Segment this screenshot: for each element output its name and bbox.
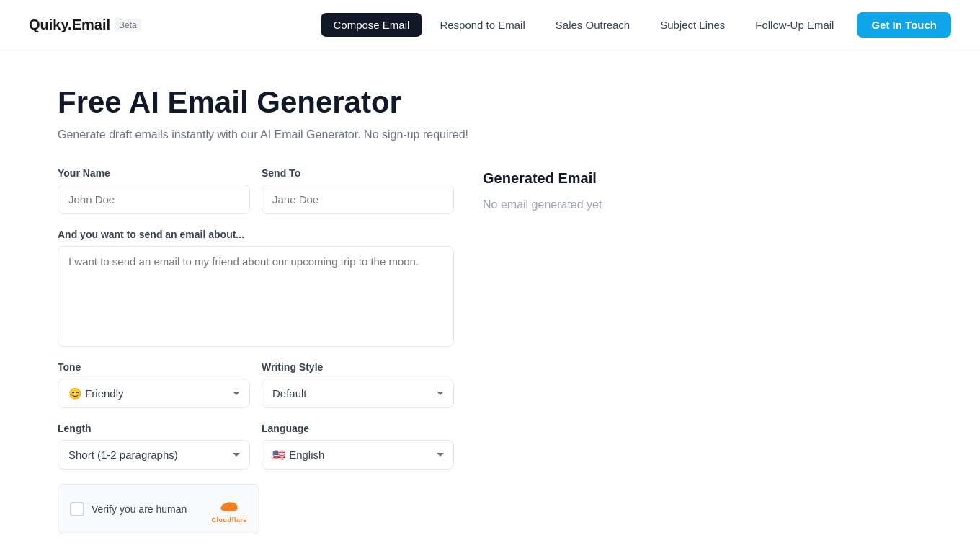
content-grid: Your Name Send To And you want to send a… [58,167,922,534]
language-select[interactable]: 🇺🇸 English 🇪🇸 Spanish 🇫🇷 French 🇩🇪 Germa… [262,440,454,470]
tone-group: Tone 😊 Friendly 😎 Casual 🎩 Formal 💼 Prof… [58,361,250,408]
cf-verify-text: Verify you are human [92,503,187,515]
navbar: Quiky.Email Beta Compose Email Respond t… [0,0,980,50]
writing-style-label: Writing Style [262,361,454,373]
logo[interactable]: Quiky.Email Beta [29,17,141,33]
tone-select[interactable]: 😊 Friendly 😎 Casual 🎩 Formal 💼 Professio… [58,379,250,408]
cloudflare-widget[interactable]: Verify you are human Cloudflare [58,484,259,534]
no-email-message: No email generated yet [483,198,922,211]
nav-compose-email[interactable]: Compose Email [321,13,423,37]
nav-respond-to-email[interactable]: Respond to Email [427,13,538,37]
tone-label: Tone [58,361,250,373]
form-column: Your Name Send To And you want to send a… [58,167,454,534]
about-textarea[interactable] [58,246,454,347]
cf-checkbox[interactable] [70,502,84,516]
your-name-group: Your Name [58,167,250,214]
page-subtitle: Generate draft emails instantly with our… [58,128,922,141]
logo-text: Quiky.Email [29,17,110,33]
nav-links: Compose Email Respond to Email Sales Out… [321,12,952,38]
your-name-label: Your Name [58,167,250,179]
main-content: Free AI Email Generator Generate draft e… [29,50,951,551]
length-language-row: Length Short (1-2 paragraphs) Medium (3-… [58,423,454,470]
about-label: And you want to send an email about... [58,229,454,240]
svg-point-3 [226,502,233,508]
language-label: Language [262,423,454,434]
about-group: And you want to send an email about... [58,229,454,347]
send-to-group: Send To [262,167,454,214]
writing-style-select[interactable]: Default Concise Detailed Persuasive [262,379,454,408]
cloudflare-logo: Cloudflare [211,495,247,524]
your-name-input[interactable] [58,185,250,214]
length-group: Length Short (1-2 paragraphs) Medium (3-… [58,423,250,470]
generated-email-title: Generated Email [483,170,922,187]
length-select[interactable]: Short (1-2 paragraphs) Medium (3-4 parag… [58,440,250,470]
nav-sales-outreach[interactable]: Sales Outreach [543,13,643,37]
language-group: Language 🇺🇸 English 🇪🇸 Spanish 🇫🇷 French… [262,423,454,470]
logo-beta: Beta [115,19,141,32]
send-to-label: Send To [262,167,454,179]
get-in-touch-button[interactable]: Get In Touch [857,12,951,38]
nav-follow-up-email[interactable]: Follow-Up Email [742,13,847,37]
page-title: Free AI Email Generator [58,85,922,120]
cloudflare-text: Cloudflare [211,516,247,524]
send-to-input[interactable] [262,185,454,214]
email-column: Generated Email No email generated yet [483,167,922,534]
writing-style-group: Writing Style Default Concise Detailed P… [262,361,454,408]
cloudflare-icon [218,495,240,516]
nav-subject-lines[interactable]: Subject Lines [647,13,738,37]
length-label: Length [58,423,250,434]
tone-writing-row: Tone 😊 Friendly 😎 Casual 🎩 Formal 💼 Prof… [58,361,454,408]
name-row: Your Name Send To [58,167,454,214]
